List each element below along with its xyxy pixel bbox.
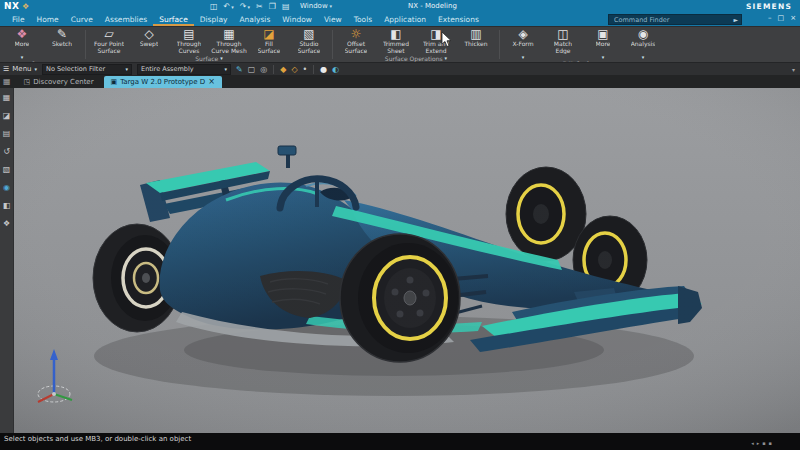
- ribbon-group-surface-operations: ☼ Offset Surface ◧ Trimmed Sheet ◨ Trim …: [334, 27, 498, 62]
- ribbon-group-edit-surface: ◈ X-Form ▾ ◫ Match Edge ▣ More ▾ ◉ Analy…: [501, 27, 665, 62]
- ribbon-button[interactable]: ◈ X-Form ▾: [503, 28, 543, 60]
- menu-tab[interactable]: File: [6, 14, 31, 26]
- menu-tab[interactable]: Assemblies: [99, 14, 153, 26]
- ribbon-button[interactable]: ◉ Analysis ▾: [623, 28, 663, 60]
- render-style-icon[interactable]: ◐: [332, 65, 339, 74]
- graphics-window[interactable]: [14, 88, 800, 433]
- find-in-window-icon[interactable]: ◎: [260, 65, 267, 74]
- nx-logo: NX: [4, 1, 19, 11]
- close-tab-icon[interactable]: ×: [208, 78, 215, 86]
- assembly-navigator-icon[interactable]: ▦: [3, 93, 11, 102]
- quick-access-button[interactable]: ◫: [210, 2, 218, 12]
- ribbon-button-label: Fill Surface: [258, 41, 281, 54]
- ribbon-button[interactable]: ▦ Through Curve Mesh: [209, 28, 249, 54]
- menu-tab[interactable]: Surface: [153, 14, 194, 26]
- ribbon-button-label: Trim and Extend: [423, 41, 449, 54]
- more-curve-icon: ❖: [17, 28, 28, 41]
- menu-tab[interactable]: Application: [378, 14, 432, 26]
- resource-bar: ▦◪▤↺▧◉◧❖: [0, 88, 14, 433]
- menu-tab[interactable]: Display: [194, 14, 234, 26]
- status-dot-icon[interactable]: ▪: [762, 440, 765, 446]
- snap-midpoint-icon[interactable]: •: [303, 65, 308, 74]
- selection-scope-dropdown[interactable]: Entire Assembly ▾: [137, 64, 231, 75]
- swept-icon: ◇: [144, 28, 153, 41]
- ribbon-group-caption[interactable]: Surface ▾: [87, 54, 331, 62]
- menu-button-label: Menu: [12, 65, 31, 73]
- quick-access-button[interactable]: ✂: [256, 2, 263, 12]
- ribbon-button[interactable]: ◧ Trimmed Sheet: [376, 28, 416, 54]
- redo-icon: ↷: [240, 2, 247, 12]
- part-navigator-icon[interactable]: ▤: [3, 129, 11, 138]
- menu-tab[interactable]: Tools: [348, 14, 378, 26]
- quick-access-button[interactable]: ▤: [282, 2, 290, 12]
- status-dot-2-icon[interactable]: ▪: [769, 440, 772, 446]
- more-surface-icon: ▣: [597, 28, 608, 41]
- ribbon-button[interactable]: ▤ Through Curves: [169, 28, 209, 54]
- close-button[interactable]: ×: [790, 14, 796, 22]
- menu-tab[interactable]: View: [318, 14, 348, 26]
- ribbon-button-label: Four Point Surface: [94, 41, 124, 54]
- ribbon-button[interactable]: ◨ Trim and Extend: [416, 28, 456, 54]
- ribbon-button[interactable]: ▱ Four Point Surface: [89, 28, 129, 54]
- hd3d-tools-icon[interactable]: ◧: [3, 201, 11, 210]
- history-icon[interactable]: ↺: [3, 147, 10, 156]
- reuse-library-icon[interactable]: ▧: [3, 165, 11, 174]
- rear-right-wheel[interactable]: [506, 167, 586, 261]
- ribbon-button[interactable]: ❖ More ▾: [2, 28, 42, 60]
- ribbon-button[interactable]: ◇ Swept: [129, 28, 169, 54]
- ribbon-button[interactable]: ☼ Offset Surface: [336, 28, 376, 54]
- menu-tab[interactable]: Extensions: [432, 14, 485, 26]
- discovery-center-icon: ◳: [24, 78, 31, 86]
- ribbon-group-items: ▱ Four Point Surface ◇ Swept ▤ Through C…: [87, 27, 331, 54]
- constraint-navigator-icon[interactable]: ◪: [3, 111, 11, 120]
- minimize-button[interactable]: –: [768, 14, 772, 22]
- snap-endpoint-icon[interactable]: ◇: [291, 65, 297, 74]
- through-curve-mesh-icon: ▦: [223, 28, 234, 41]
- quick-access-button[interactable]: ❐: [269, 2, 276, 12]
- menu-tab[interactable]: Window: [276, 14, 318, 26]
- ribbon-button[interactable]: ▣ More ▾: [583, 28, 623, 60]
- tab-discovery-center[interactable]: ◳ Discovery Center: [17, 76, 101, 88]
- paint-selection-icon[interactable]: ✎: [236, 65, 243, 74]
- search-input[interactable]: [612, 15, 731, 25]
- alert-prev-icon[interactable]: ◂: [751, 440, 754, 446]
- search-icon[interactable]: ►: [733, 16, 738, 23]
- menu-tab[interactable]: Analysis: [233, 14, 276, 26]
- sketch-icon: ✎: [57, 28, 67, 41]
- overflow-caret-icon[interactable]: ▾: [792, 66, 797, 73]
- tab-label: Discovery Center: [33, 78, 93, 86]
- alert-next-icon[interactable]: ▸: [757, 440, 760, 446]
- ribbon-button-label: Swept: [140, 41, 159, 54]
- window-list-icon[interactable]: ▦: [3, 77, 11, 86]
- ribbon-button[interactable]: ✎ Sketch: [42, 28, 82, 54]
- ribbon-group-items: ❖ More ▾ ✎ Sketch: [0, 27, 84, 60]
- thicken-icon: ▥: [470, 28, 481, 41]
- four-point-surface-icon: ▱: [104, 28, 113, 41]
- ribbon-empty-space: [665, 27, 800, 62]
- ribbon-button[interactable]: ▥ Thicken: [456, 28, 496, 54]
- snap-point-icon[interactable]: ◆: [280, 65, 286, 74]
- tab-active-part[interactable]: ▣ Targa W 2.0 Prototype D ×: [104, 76, 222, 88]
- ribbon-group-caption[interactable]: Surface Operations ▾: [334, 54, 498, 62]
- ribbon-button[interactable]: ◫ Match Edge: [543, 28, 583, 54]
- shaded-display-icon[interactable]: ●: [320, 65, 327, 74]
- quick-access-button[interactable]: ↶ ▾: [224, 2, 234, 12]
- menu-button[interactable]: ☰ Menu ▾: [3, 65, 37, 73]
- status-message: Select objects and use MB3, or double-cl…: [4, 435, 191, 443]
- ribbon-button[interactable]: ◪ Fill Surface: [249, 28, 289, 54]
- menu-tab[interactable]: Home: [31, 14, 65, 26]
- copy-icon: ❐: [269, 2, 276, 12]
- front-left-wheel[interactable]: [340, 234, 460, 362]
- quick-access-button[interactable]: ↷ ▾: [240, 2, 250, 12]
- menu-tab[interactable]: Curve: [65, 14, 99, 26]
- dropdown-caret-icon: ▾: [247, 2, 250, 12]
- 3d-viewport[interactable]: [14, 88, 800, 433]
- rectangle-select-icon[interactable]: ▢: [248, 65, 256, 74]
- web-browser-icon[interactable]: ◉: [3, 183, 10, 192]
- window-menu-button[interactable]: Window ▾: [300, 2, 332, 10]
- command-finder-search[interactable]: ►: [608, 14, 742, 25]
- maximize-button[interactable]: □: [778, 14, 785, 22]
- ribbon-button[interactable]: ▧ Studio Surface: [289, 28, 329, 54]
- roles-icon[interactable]: ❖: [3, 219, 10, 228]
- selection-filter-dropdown[interactable]: No Selection Filter ▾: [42, 64, 132, 75]
